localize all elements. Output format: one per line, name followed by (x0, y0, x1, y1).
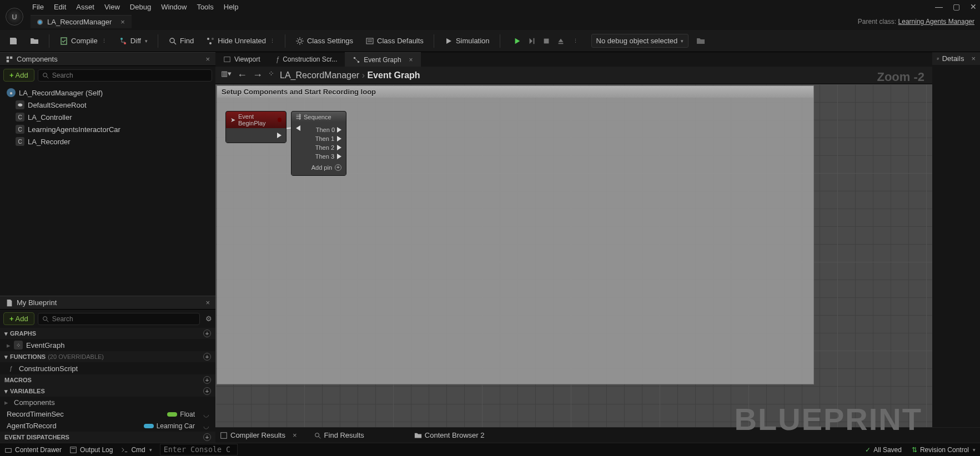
content-drawer-button[interactable]: Content Drawer (4, 446, 62, 454)
svg-rect-30 (937, 58, 939, 58)
content-browser-tab[interactable]: Content Browser 2 (414, 431, 485, 439)
add-macro-icon[interactable]: + (203, 376, 211, 384)
variable-row[interactable]: AgentToRecord Learning Car◡ (0, 420, 215, 432)
console-input[interactable] (160, 444, 238, 455)
nav-forward-button[interactable]: → (253, 69, 263, 81)
breadcrumb-root[interactable]: LA_RecordManager (280, 70, 359, 80)
exec-out-pin[interactable] (337, 154, 341, 159)
parent-class-link[interactable]: Learning Agents Manager (898, 18, 974, 26)
maximize-icon[interactable]: ▢ (953, 2, 960, 11)
tab-close-icon[interactable]: × (120, 18, 125, 26)
components-search-input[interactable] (38, 69, 212, 82)
nav-back-button[interactable]: ← (237, 69, 247, 81)
components-panel-tab[interactable]: Components × (0, 52, 215, 66)
add-function-icon[interactable]: + (203, 353, 211, 361)
component-self-row[interactable]: ●LA_RecordManager (Self) (0, 87, 215, 99)
details-panel-tab[interactable]: Details × (932, 52, 980, 65)
visibility-icon[interactable]: ◡ (203, 422, 209, 430)
browse-button[interactable] (26, 34, 43, 48)
revision-control-button[interactable]: ⇅Revision Control▾ (912, 446, 976, 454)
sequence-node[interactable]: ⇶Sequence Then 0 Then 1 Then 2 Then 3 Ad… (291, 111, 346, 176)
search-icon (42, 315, 49, 323)
myblueprint-panel-tab[interactable]: My Blueprint × (0, 296, 215, 310)
panel-close-icon[interactable]: × (971, 54, 976, 63)
event-graph-tab[interactable]: Event Graph× (345, 52, 420, 67)
exec-in-pin[interactable] (296, 125, 300, 131)
components-icon (6, 55, 13, 63)
compile-button[interactable]: Compile⋮ (55, 34, 111, 48)
blueprint-search-input[interactable] (38, 313, 200, 325)
construction-script-tab[interactable]: ƒConstruction Scr... (268, 52, 345, 67)
component-row[interactable]: ⬬DefaultSceneRoot (0, 99, 215, 111)
svg-line-25 (46, 320, 48, 322)
add-variable-icon[interactable]: + (203, 387, 211, 395)
exec-out-pin[interactable] (337, 136, 341, 141)
debug-object-select[interactable]: No debug object selected▾ (591, 34, 689, 48)
stop-button[interactable] (540, 35, 552, 47)
component-row[interactable]: CLA_Controller (0, 111, 215, 123)
exec-out-pin[interactable] (337, 145, 341, 150)
graph-menu-button[interactable]: ▥▾ (221, 69, 232, 81)
minimize-icon[interactable]: — (935, 2, 943, 11)
menu-file[interactable]: File (32, 3, 44, 11)
exec-out-pin[interactable] (337, 127, 341, 133)
settings-icon[interactable]: ⚙ (205, 315, 212, 323)
find-button[interactable]: Find (164, 34, 198, 48)
functions-category[interactable]: ▾FUNCTIONS(20 OVERRIDABLE)+ (0, 351, 215, 362)
play-options-button[interactable]: ⋮ (569, 35, 581, 47)
menu-debug[interactable]: Debug (130, 3, 151, 11)
graph-icon (353, 56, 360, 64)
eject-button[interactable] (555, 35, 567, 47)
component-row[interactable]: CLearningAgentsInteractorCar (0, 123, 215, 135)
play-button[interactable] (511, 35, 524, 47)
cmd-button[interactable]: Cmd▾ (120, 446, 152, 454)
add-pin-icon[interactable]: + (335, 164, 341, 171)
tab-title: LA_RecordManager (47, 18, 112, 26)
components-subcat[interactable]: ▸Components (0, 397, 215, 408)
exec-out-pin[interactable] (277, 133, 282, 138)
eventgraph-row[interactable]: ▸⁘EventGraph (0, 339, 215, 351)
compiler-results-tab[interactable]: Compiler Results× (220, 431, 297, 439)
simulation-button[interactable]: Simulation (440, 34, 494, 48)
document-tab[interactable]: LA_RecordManager × (31, 15, 132, 28)
hide-unrelated-button[interactable]: Hide Unrelated⋮ (202, 34, 279, 48)
panel-close-icon[interactable]: × (205, 298, 210, 307)
locate-debug-button[interactable] (692, 34, 710, 48)
svg-marker-12 (446, 38, 451, 44)
svg-point-3 (170, 38, 174, 43)
menu-edit[interactable]: Edit (54, 3, 66, 11)
event-beginplay-node[interactable]: ➤Event BeginPlay (225, 111, 287, 143)
tab-close-icon[interactable]: × (409, 56, 413, 64)
menu-window[interactable]: Window (161, 3, 187, 11)
graphs-category[interactable]: ▾GRAPHS+ (0, 328, 215, 339)
menu-tools[interactable]: Tools (197, 3, 213, 11)
menu-help[interactable]: Help (224, 3, 239, 11)
blueprint-watermark: BLUEPRINT (735, 401, 922, 437)
details-icon (937, 55, 939, 63)
close-icon[interactable]: ✕ (970, 2, 977, 11)
menu-asset[interactable]: Asset (76, 3, 94, 11)
visibility-icon[interactable]: ◡ (203, 411, 209, 418)
component-row[interactable]: CLA_Recorder (0, 135, 215, 148)
event-graph-canvas[interactable]: Setup Components and Start Recording loo… (215, 84, 932, 443)
variable-row[interactable]: RecordTimeinSec Float◡ (0, 408, 215, 420)
add-dispatcher-icon[interactable]: + (203, 433, 211, 441)
add-blueprint-button[interactable]: +Add (3, 312, 34, 325)
output-log-button[interactable]: Output Log (69, 446, 113, 454)
find-results-tab[interactable]: Find Results (314, 431, 364, 439)
menu-view[interactable]: View (104, 3, 120, 11)
class-settings-button[interactable]: Class Settings (291, 34, 358, 48)
add-component-button[interactable]: +Add (3, 69, 34, 82)
add-graph-icon[interactable]: + (203, 330, 211, 337)
variables-category[interactable]: ▾VARIABLES+ (0, 386, 215, 397)
macros-category[interactable]: MACROS+ (0, 374, 215, 386)
constructionscript-row[interactable]: ƒConstructionScript (0, 362, 215, 374)
class-defaults-button[interactable]: Class Defaults (361, 34, 428, 48)
viewport-tab[interactable]: Viewport (215, 52, 268, 67)
panel-close-icon[interactable]: × (205, 55, 210, 63)
eventdispatchers-category[interactable]: EVENT DISPATCHERS+ (0, 432, 215, 443)
step-button[interactable] (526, 35, 538, 47)
save-button[interactable] (4, 34, 22, 48)
diff-button[interactable]: Diff▾ (114, 34, 152, 48)
document-tabstrip: LA_RecordManager × Parent class: Learnin… (0, 13, 980, 30)
